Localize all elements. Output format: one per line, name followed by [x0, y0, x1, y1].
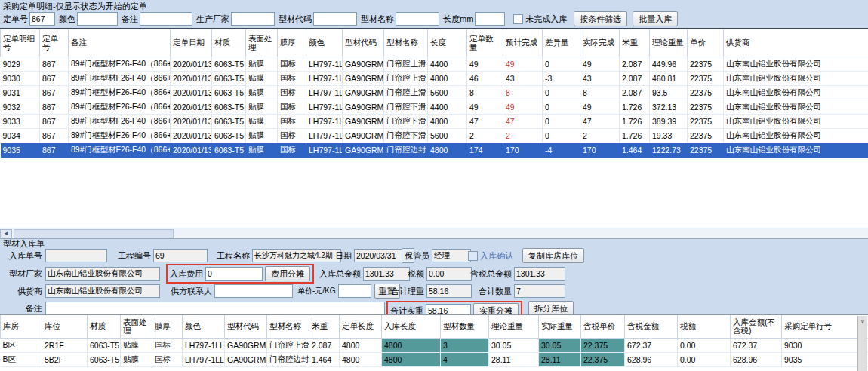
- filter-input-5[interactable]: [313, 12, 357, 26]
- column-header[interactable]: 定单号: [40, 29, 69, 57]
- scroll-left-icon[interactable]: ◄: [0, 229, 12, 238]
- filter-input-7[interactable]: [475, 12, 505, 26]
- theory-weight-input[interactable]: [426, 284, 472, 298]
- column-header[interactable]: 供货商: [724, 29, 868, 57]
- cell: GA90GRM03: [343, 72, 384, 86]
- column-header[interactable]: 型材代码: [225, 315, 267, 339]
- column-header[interactable]: 材质: [88, 315, 121, 339]
- column-header[interactable]: 膜厚: [152, 315, 183, 339]
- cell: 89#门框型材F26-F40（866+867）: [69, 115, 171, 129]
- filter-label: 型材代码: [279, 14, 312, 25]
- filter-field: 生产厂家: [196, 12, 275, 26]
- column-header[interactable]: 米重: [620, 29, 650, 57]
- unit-price-input[interactable]: [338, 284, 371, 298]
- column-header[interactable]: 入库长度: [382, 315, 441, 339]
- date-input[interactable]: [354, 249, 402, 262]
- column-header[interactable]: 膜厚: [278, 29, 306, 57]
- total-qty-input[interactable]: [514, 284, 565, 298]
- split-location-button[interactable]: 拆分库位: [528, 301, 574, 316]
- column-header[interactable]: 表面处理: [121, 315, 152, 339]
- cell: 2.087: [620, 72, 650, 86]
- table-row[interactable]: 902986789#门框型材F26-F40（866+867）2020/01/13…: [1, 57, 868, 72]
- dropdown-cell[interactable]: 5B2F∨: [42, 353, 88, 367]
- incomplete-inbound-checkbox[interactable]: [513, 14, 523, 24]
- tax-total-input[interactable]: [514, 267, 565, 281]
- column-header[interactable]: 入库金额(不含税): [731, 315, 782, 339]
- column-header[interactable]: 定单明细号: [1, 29, 40, 57]
- column-header[interactable]: 备注: [69, 29, 171, 57]
- column-header[interactable]: 理论重量: [489, 315, 539, 339]
- table-row[interactable]: 903286789#门框型材F26-F40（866+867）2020/01/13…: [1, 100, 868, 115]
- column-header[interactable]: 含税单价: [581, 315, 625, 339]
- column-header[interactable]: 定单数量: [467, 29, 503, 57]
- cell: 门帘腔上滑: [384, 86, 428, 100]
- column-header[interactable]: 表面处理: [246, 29, 278, 57]
- table-row[interactable]: 903586789#门框型材F26-F40（866+867）2020/01/13…: [1, 143, 868, 158]
- column-header[interactable]: 颜色: [306, 29, 343, 57]
- filter-input-2[interactable]: [77, 12, 118, 26]
- fee-highlight-box: 入库费用 费用分摊: [166, 264, 314, 284]
- project-name-input[interactable]: [252, 249, 341, 262]
- column-header[interactable]: 实际重量: [539, 315, 581, 339]
- column-header[interactable]: 单价: [688, 29, 724, 57]
- column-header[interactable]: 差异量: [543, 29, 580, 57]
- filter-label: 定单号: [3, 14, 28, 25]
- table-row[interactable]: 903386789#门框型材F26-F40（866+867）2020/01/13…: [1, 115, 868, 129]
- cell: 89#门框型材F26-F40（866+867）: [69, 86, 171, 100]
- batch-inbound-button[interactable]: 批量入库: [633, 11, 678, 26]
- column-header[interactable]: 长度: [428, 29, 467, 57]
- scrollbar-thumb[interactable]: [14, 229, 174, 238]
- table-row[interactable]: 903186789#门框型材F26-F40（866+867）2020/01/13…: [1, 86, 868, 100]
- keeper-input[interactable]: [432, 249, 471, 262]
- cell: 贴膜: [121, 339, 152, 353]
- cell: 贴膜: [246, 72, 278, 86]
- copy-warehouse-location-button[interactable]: 复制库房库位: [522, 248, 584, 263]
- filter-input-4[interactable]: [231, 12, 275, 26]
- fee-input[interactable]: [205, 267, 263, 281]
- column-header[interactable]: 型材名称: [267, 315, 309, 339]
- supplier-contact-input[interactable]: [214, 284, 293, 298]
- column-header[interactable]: 采购定单行号: [782, 315, 868, 339]
- column-header[interactable]: 含税金额: [625, 315, 678, 339]
- filter-by-condition-button[interactable]: 按条件筛选: [574, 11, 627, 26]
- column-header[interactable]: 型材代码: [343, 29, 384, 57]
- table-row[interactable]: B区∨5B2F∨6063-T5贴膜国标LH797-1LL0GA90GRM05门帘…: [1, 353, 868, 367]
- cell: 460.81: [650, 72, 688, 86]
- remark-input[interactable]: [45, 302, 385, 315]
- column-header[interactable]: 预计完成: [503, 29, 543, 57]
- column-header[interactable]: 颜色: [183, 315, 225, 339]
- column-header[interactable]: 材质: [212, 29, 246, 57]
- dropdown-cell[interactable]: B区∨: [1, 339, 42, 353]
- column-header[interactable]: 定单日期: [171, 29, 212, 57]
- column-header[interactable]: 税额: [678, 315, 731, 339]
- column-header[interactable]: 型材名称: [384, 29, 428, 57]
- fee-split-button[interactable]: 费用分摊: [265, 266, 310, 281]
- table-row[interactable]: 903486789#门框型材F26-F40（866+867）2020/01/13…: [1, 129, 868, 143]
- cell: 672.37: [625, 339, 678, 353]
- column-header[interactable]: 型材数量: [441, 315, 489, 339]
- table-row[interactable]: 903086789#门框型材F26-F40（866+867）2020/01/13…: [1, 72, 868, 86]
- tax-input[interactable]: [426, 267, 472, 281]
- inbound-no-input[interactable]: [45, 249, 107, 262]
- supplier-input[interactable]: [45, 284, 160, 298]
- column-header[interactable]: 库位: [42, 315, 88, 339]
- dropdown-cell[interactable]: 2R1F∨: [42, 339, 88, 353]
- cell: 国标: [278, 72, 306, 86]
- dropdown-cell[interactable]: B区∨: [1, 353, 42, 367]
- column-header[interactable]: 定单长度: [340, 315, 382, 339]
- filter-input-6[interactable]: [396, 12, 439, 26]
- inbound-confirm-checkbox[interactable]: [468, 251, 478, 261]
- filter-input-1[interactable]: [29, 12, 55, 26]
- column-header[interactable]: 库房: [1, 315, 42, 339]
- cell: 贴膜: [246, 57, 278, 72]
- horizontal-scrollbar[interactable]: ◄: [0, 228, 868, 238]
- table-row[interactable]: B区∨2R1F∨6063-T5贴膜国标LH797-1LL0GA90GRM03门帘…: [1, 339, 868, 353]
- factory-input[interactable]: [45, 267, 160, 281]
- cell: LH797-1LL0: [306, 57, 343, 72]
- project-no-input[interactable]: [153, 249, 208, 262]
- filter-input-3[interactable]: [140, 12, 192, 26]
- column-header[interactable]: 米重: [309, 315, 340, 339]
- column-header[interactable]: 实际完成: [580, 29, 620, 57]
- column-header[interactable]: 理论重量: [650, 29, 688, 57]
- cell: 449.96: [650, 57, 688, 72]
